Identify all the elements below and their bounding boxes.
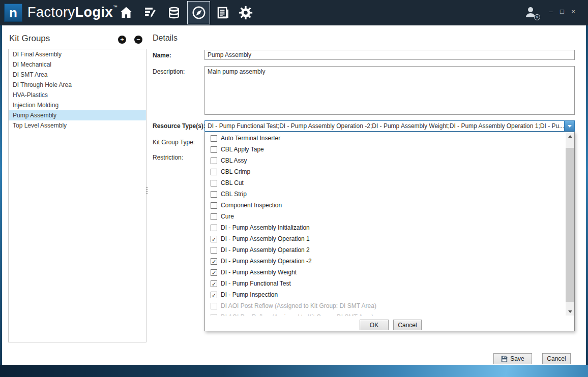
operate-icon[interactable] bbox=[191, 5, 207, 20]
option-label: DI - Pump Assembly Weight bbox=[221, 269, 297, 276]
kit-group-item[interactable]: DI Through Hole Area bbox=[9, 80, 146, 90]
resource-types-dropdown-panel: Auto Terminal InserterCBL Apply TapeCBL … bbox=[204, 132, 575, 331]
resource-type-option[interactable]: ✓DI - Pump Assembly Operation -2 bbox=[205, 256, 565, 267]
dropdown-cancel-button[interactable]: Cancel bbox=[393, 320, 422, 330]
titlebar: n FactoryLogix™ bbox=[0, 0, 588, 25]
checkbox-icon[interactable] bbox=[211, 146, 217, 153]
option-label: CBL Apply Tape bbox=[221, 146, 264, 153]
dropdown-ok-button[interactable]: OK bbox=[360, 320, 389, 330]
resource-type-option[interactable]: ✓DI - Pump Assembly Weight bbox=[205, 267, 565, 278]
kit-group-item[interactable]: Top Level Assembly bbox=[9, 120, 146, 131]
resource-type-option[interactable]: DI - Pump Assembly Operation 2 bbox=[205, 244, 565, 256]
gear-icon[interactable] bbox=[238, 5, 253, 20]
kit-group-type-label: Kit Group Type: bbox=[153, 139, 195, 146]
option-label: DI AOI Pre Reflow (Assigned to Kit Group… bbox=[221, 313, 374, 316]
combo-dropdown-button[interactable] bbox=[564, 121, 574, 131]
resource-type-option[interactable]: ✓DI - Pump Inspection bbox=[205, 289, 565, 300]
kit-groups-title: Kit Groups bbox=[9, 34, 50, 44]
restriction-label: Restriction: bbox=[153, 154, 183, 161]
resource-types-label: Resource Type(s): bbox=[153, 122, 205, 130]
resource-type-option[interactable]: CBL Cut bbox=[205, 177, 565, 188]
resource-type-option[interactable]: DI - Pump Assembly Initialization bbox=[205, 222, 565, 233]
option-label: Auto Terminal Inserter bbox=[221, 135, 280, 142]
kit-group-item[interactable]: DI Mechanical bbox=[9, 59, 146, 70]
chevron-down-icon bbox=[568, 125, 572, 128]
resource-type-options[interactable]: Auto Terminal InserterCBL Apply TapeCBL … bbox=[205, 133, 565, 316]
scrollbar-thumb[interactable] bbox=[566, 148, 574, 302]
maximize-button[interactable]: □ bbox=[557, 7, 567, 16]
resource-type-option[interactable]: ✓DI - Pump Assembly Operation 1 bbox=[205, 233, 565, 244]
app-title-part1: Factory bbox=[27, 5, 75, 20]
description-textarea[interactable]: Main pump assembly bbox=[204, 66, 575, 115]
scroll-down-icon[interactable] bbox=[566, 308, 574, 316]
resource-type-option[interactable]: Auto Terminal Inserter bbox=[205, 133, 565, 144]
option-label: Component Inspection bbox=[221, 202, 282, 209]
resource-type-option: DI AOI Post Reflow (Assigned to Kit Grou… bbox=[205, 300, 565, 311]
resource-types-combobox[interactable]: DI - Pump Functional Test;DI - Pump Asse… bbox=[204, 120, 575, 132]
option-label: DI - Pump Assembly Operation -2 bbox=[221, 258, 312, 265]
user-logout-icon[interactable]: × bbox=[523, 5, 539, 21]
option-label: DI - Pump Inspection bbox=[221, 291, 278, 298]
checkbox-icon bbox=[211, 303, 217, 309]
option-label: CBL Cut bbox=[221, 179, 244, 186]
save-button[interactable]: Save bbox=[493, 353, 532, 364]
kit-group-item[interactable]: HVA-Plastics bbox=[9, 90, 146, 100]
app-window: n FactoryLogix™ bbox=[0, 0, 588, 377]
dropdown-scrollbar[interactable] bbox=[566, 133, 574, 316]
add-kit-group-button[interactable]: + bbox=[118, 36, 126, 44]
kit-group-item[interactable]: Injection Molding bbox=[9, 100, 146, 110]
checkbox-icon[interactable]: ✓ bbox=[211, 269, 217, 276]
minimize-button[interactable]: – bbox=[546, 7, 555, 16]
checkbox-icon[interactable]: ✓ bbox=[211, 258, 217, 265]
kit-groups-list[interactable]: DI Final AssemblyDI MechanicalDI SMT Are… bbox=[8, 49, 146, 342]
kit-group-item[interactable]: Pump Assembly bbox=[9, 110, 146, 120]
database-icon[interactable] bbox=[166, 5, 182, 20]
define-icon[interactable] bbox=[142, 5, 158, 20]
news-icon[interactable] bbox=[216, 5, 231, 20]
panel-splitter-handle[interactable] bbox=[146, 187, 148, 195]
resource-type-option[interactable]: ✓DI - Pump Functional Test bbox=[205, 278, 565, 289]
checkbox-icon[interactable]: ✓ bbox=[211, 236, 217, 242]
trademark: ™ bbox=[113, 5, 118, 10]
kit-group-item[interactable]: DI Final Assembly bbox=[9, 49, 146, 59]
close-button[interactable]: × bbox=[569, 7, 578, 16]
option-label: DI AOI Post Reflow (Assigned to Kit Grou… bbox=[221, 302, 376, 309]
checkbox-icon[interactable] bbox=[211, 169, 217, 175]
resource-type-option[interactable]: Component Inspection bbox=[205, 200, 565, 211]
remove-kit-group-button[interactable]: − bbox=[134, 36, 142, 44]
kit-group-item[interactable]: DI SMT Area bbox=[9, 70, 146, 80]
option-label: DI - Pump Assembly Initialization bbox=[221, 224, 310, 231]
checkbox-icon[interactable]: ✓ bbox=[211, 280, 217, 287]
checkbox-icon[interactable] bbox=[211, 213, 217, 220]
cancel-button[interactable]: Cancel bbox=[542, 353, 571, 364]
checkbox-icon[interactable]: ✓ bbox=[211, 292, 217, 298]
resource-type-option[interactable]: CBL Apply Tape bbox=[205, 144, 565, 155]
checkbox-icon[interactable] bbox=[211, 225, 217, 231]
resource-type-option[interactable]: CBL Strip bbox=[205, 188, 565, 200]
home-icon[interactable] bbox=[119, 5, 134, 20]
resource-type-option[interactable]: CBL Assy bbox=[205, 155, 565, 166]
checkbox-icon[interactable] bbox=[211, 247, 217, 254]
active-tab-indicator bbox=[187, 1, 210, 24]
option-label: Cure bbox=[221, 213, 234, 220]
resource-type-option[interactable]: CBL Crimp bbox=[205, 166, 565, 177]
resource-type-option[interactable]: Cure bbox=[205, 211, 565, 222]
name-input[interactable] bbox=[204, 50, 575, 60]
checkbox-icon bbox=[211, 314, 217, 316]
scroll-up-icon[interactable] bbox=[566, 133, 574, 140]
app-logo: n bbox=[4, 4, 22, 22]
option-label: DI - Pump Functional Test bbox=[221, 280, 291, 287]
checkbox-icon[interactable] bbox=[211, 202, 217, 209]
option-label: DI - Pump Assembly Operation 1 bbox=[221, 235, 310, 242]
name-label: Name: bbox=[153, 52, 171, 59]
option-label: DI - Pump Assembly Operation 2 bbox=[221, 246, 310, 254]
checkbox-icon[interactable] bbox=[211, 158, 217, 164]
resource-type-option: DI AOI Pre Reflow (Assigned to Kit Group… bbox=[205, 311, 565, 316]
checkbox-icon[interactable] bbox=[211, 135, 217, 142]
checkbox-icon[interactable] bbox=[211, 191, 217, 198]
save-floppy-icon bbox=[501, 356, 508, 362]
description-label: Description: bbox=[153, 68, 185, 75]
details-title: Details bbox=[153, 34, 178, 43]
app-title: FactoryLogix™ bbox=[27, 5, 118, 20]
checkbox-icon[interactable] bbox=[211, 180, 217, 186]
